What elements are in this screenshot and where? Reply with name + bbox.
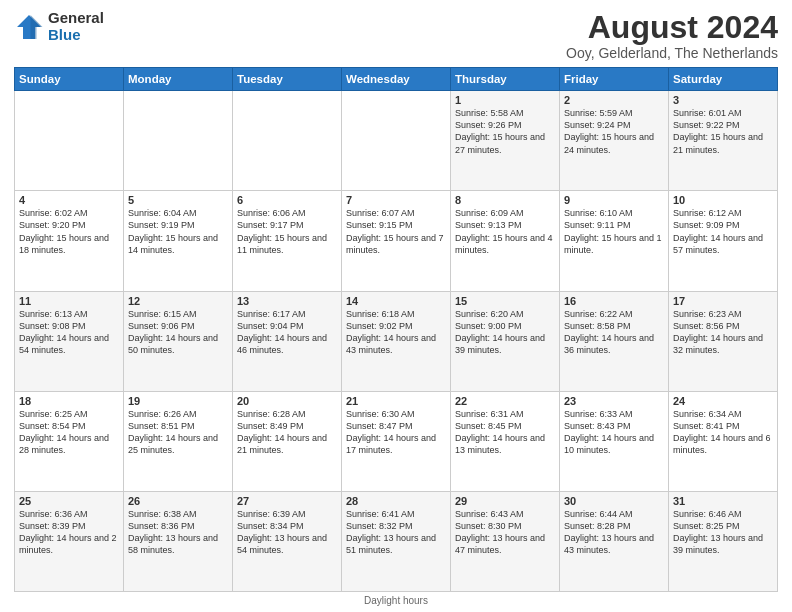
day-info: Sunrise: 6:17 AM Sunset: 9:04 PM Dayligh… [237,308,337,357]
calendar-cell: 5Sunrise: 6:04 AM Sunset: 9:19 PM Daylig… [124,191,233,291]
calendar-cell: 15Sunrise: 6:20 AM Sunset: 9:00 PM Dayli… [451,291,560,391]
day-info: Sunrise: 6:20 AM Sunset: 9:00 PM Dayligh… [455,308,555,357]
day-info: Sunrise: 6:44 AM Sunset: 8:28 PM Dayligh… [564,508,664,557]
day-info: Sunrise: 6:02 AM Sunset: 9:20 PM Dayligh… [19,207,119,256]
day-info: Sunrise: 6:01 AM Sunset: 9:22 PM Dayligh… [673,107,773,156]
calendar-cell: 17Sunrise: 6:23 AM Sunset: 8:56 PM Dayli… [669,291,778,391]
calendar: Sunday Monday Tuesday Wednesday Thursday… [14,67,778,592]
day-number: 24 [673,395,773,407]
calendar-cell: 30Sunrise: 6:44 AM Sunset: 8:28 PM Dayli… [560,491,669,591]
calendar-cell [15,91,124,191]
calendar-cell: 23Sunrise: 6:33 AM Sunset: 8:43 PM Dayli… [560,391,669,491]
col-wednesday: Wednesday [342,68,451,91]
day-number: 9 [564,194,664,206]
calendar-header: Sunday Monday Tuesday Wednesday Thursday… [15,68,778,91]
day-info: Sunrise: 6:43 AM Sunset: 8:30 PM Dayligh… [455,508,555,557]
calendar-cell: 21Sunrise: 6:30 AM Sunset: 8:47 PM Dayli… [342,391,451,491]
day-info: Sunrise: 6:39 AM Sunset: 8:34 PM Dayligh… [237,508,337,557]
logo-icon [14,12,44,42]
day-number: 12 [128,295,228,307]
calendar-cell: 19Sunrise: 6:26 AM Sunset: 8:51 PM Dayli… [124,391,233,491]
main-title: August 2024 [566,10,778,45]
day-number: 28 [346,495,446,507]
day-number: 1 [455,94,555,106]
calendar-week-4: 18Sunrise: 6:25 AM Sunset: 8:54 PM Dayli… [15,391,778,491]
calendar-cell: 28Sunrise: 6:41 AM Sunset: 8:32 PM Dayli… [342,491,451,591]
day-number: 18 [19,395,119,407]
day-number: 17 [673,295,773,307]
day-number: 2 [564,94,664,106]
header-row: Sunday Monday Tuesday Wednesday Thursday… [15,68,778,91]
title-block: August 2024 Ooy, Gelderland, The Netherl… [566,10,778,61]
day-info: Sunrise: 6:36 AM Sunset: 8:39 PM Dayligh… [19,508,119,557]
footer-text: Daylight hours [364,595,428,606]
calendar-cell: 1Sunrise: 5:58 AM Sunset: 9:26 PM Daylig… [451,91,560,191]
calendar-cell: 25Sunrise: 6:36 AM Sunset: 8:39 PM Dayli… [15,491,124,591]
col-tuesday: Tuesday [233,68,342,91]
svg-marker-1 [31,15,43,39]
calendar-cell: 26Sunrise: 6:38 AM Sunset: 8:36 PM Dayli… [124,491,233,591]
calendar-cell: 12Sunrise: 6:15 AM Sunset: 9:06 PM Dayli… [124,291,233,391]
col-sunday: Sunday [15,68,124,91]
calendar-cell: 3Sunrise: 6:01 AM Sunset: 9:22 PM Daylig… [669,91,778,191]
day-info: Sunrise: 6:25 AM Sunset: 8:54 PM Dayligh… [19,408,119,457]
calendar-cell: 18Sunrise: 6:25 AM Sunset: 8:54 PM Dayli… [15,391,124,491]
calendar-cell [233,91,342,191]
calendar-table: Sunday Monday Tuesday Wednesday Thursday… [14,67,778,592]
calendar-week-2: 4Sunrise: 6:02 AM Sunset: 9:20 PM Daylig… [15,191,778,291]
day-number: 14 [346,295,446,307]
calendar-cell: 9Sunrise: 6:10 AM Sunset: 9:11 PM Daylig… [560,191,669,291]
day-number: 21 [346,395,446,407]
day-info: Sunrise: 5:59 AM Sunset: 9:24 PM Dayligh… [564,107,664,156]
calendar-cell [342,91,451,191]
day-number: 3 [673,94,773,106]
day-number: 6 [237,194,337,206]
calendar-cell [124,91,233,191]
calendar-cell: 29Sunrise: 6:43 AM Sunset: 8:30 PM Dayli… [451,491,560,591]
day-info: Sunrise: 6:34 AM Sunset: 8:41 PM Dayligh… [673,408,773,457]
day-info: Sunrise: 6:06 AM Sunset: 9:17 PM Dayligh… [237,207,337,256]
day-info: Sunrise: 6:46 AM Sunset: 8:25 PM Dayligh… [673,508,773,557]
day-number: 15 [455,295,555,307]
day-info: Sunrise: 6:28 AM Sunset: 8:49 PM Dayligh… [237,408,337,457]
calendar-week-3: 11Sunrise: 6:13 AM Sunset: 9:08 PM Dayli… [15,291,778,391]
logo-general-text: General [48,10,104,27]
subtitle: Ooy, Gelderland, The Netherlands [566,45,778,61]
day-info: Sunrise: 6:26 AM Sunset: 8:51 PM Dayligh… [128,408,228,457]
day-number: 29 [455,495,555,507]
day-number: 5 [128,194,228,206]
day-number: 27 [237,495,337,507]
day-number: 13 [237,295,337,307]
day-info: Sunrise: 5:58 AM Sunset: 9:26 PM Dayligh… [455,107,555,156]
calendar-cell: 20Sunrise: 6:28 AM Sunset: 8:49 PM Dayli… [233,391,342,491]
day-info: Sunrise: 6:23 AM Sunset: 8:56 PM Dayligh… [673,308,773,357]
day-info: Sunrise: 6:04 AM Sunset: 9:19 PM Dayligh… [128,207,228,256]
calendar-cell: 31Sunrise: 6:46 AM Sunset: 8:25 PM Dayli… [669,491,778,591]
calendar-body: 1Sunrise: 5:58 AM Sunset: 9:26 PM Daylig… [15,91,778,592]
page: General Blue August 2024 Ooy, Gelderland… [0,0,792,612]
day-info: Sunrise: 6:18 AM Sunset: 9:02 PM Dayligh… [346,308,446,357]
day-info: Sunrise: 6:13 AM Sunset: 9:08 PM Dayligh… [19,308,119,357]
day-number: 10 [673,194,773,206]
day-number: 31 [673,495,773,507]
day-number: 23 [564,395,664,407]
header: General Blue August 2024 Ooy, Gelderland… [14,10,778,61]
col-friday: Friday [560,68,669,91]
day-number: 26 [128,495,228,507]
calendar-week-5: 25Sunrise: 6:36 AM Sunset: 8:39 PM Dayli… [15,491,778,591]
day-number: 11 [19,295,119,307]
day-number: 4 [19,194,119,206]
calendar-cell: 6Sunrise: 6:06 AM Sunset: 9:17 PM Daylig… [233,191,342,291]
calendar-cell: 13Sunrise: 6:17 AM Sunset: 9:04 PM Dayli… [233,291,342,391]
calendar-week-1: 1Sunrise: 5:58 AM Sunset: 9:26 PM Daylig… [15,91,778,191]
day-info: Sunrise: 6:38 AM Sunset: 8:36 PM Dayligh… [128,508,228,557]
day-info: Sunrise: 6:15 AM Sunset: 9:06 PM Dayligh… [128,308,228,357]
day-number: 19 [128,395,228,407]
day-number: 8 [455,194,555,206]
calendar-cell: 7Sunrise: 6:07 AM Sunset: 9:15 PM Daylig… [342,191,451,291]
calendar-cell: 2Sunrise: 5:59 AM Sunset: 9:24 PM Daylig… [560,91,669,191]
day-info: Sunrise: 6:31 AM Sunset: 8:45 PM Dayligh… [455,408,555,457]
day-number: 25 [19,495,119,507]
logo-blue-text: Blue [48,27,104,44]
day-number: 22 [455,395,555,407]
